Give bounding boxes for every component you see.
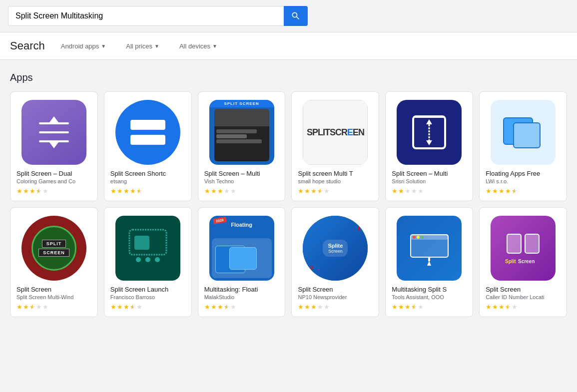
star-rating: ★★★★★ <box>298 303 330 311</box>
app-card[interactable]: Split Screen – Dual Coloring Games and C… <box>10 91 98 201</box>
svg-point-13 <box>136 257 141 262</box>
app-name: Split Screen Shortc <box>110 170 185 177</box>
app-name: Multitasking: Floati <box>204 286 279 293</box>
app-name: Split Screen – Dual <box>16 170 91 177</box>
star-rating: ★★★★★ <box>204 187 236 195</box>
star-full: ★ <box>311 303 317 311</box>
star-empty: ★ <box>405 187 411 195</box>
app-name: Split Screen Launch <box>110 286 185 293</box>
star-full: ★ <box>16 187 22 195</box>
search-button[interactable] <box>284 6 308 26</box>
app-card[interactable]: Multitasking Split S Tools Assistant, OO… <box>385 207 473 317</box>
category-filter[interactable]: Android apps ▼ <box>57 40 110 52</box>
app-card[interactable]: Split Screen Split Screen Caller ID Numb… <box>479 207 567 317</box>
app-icon: SPLIT SCREEN <box>209 100 274 165</box>
app-card[interactable]: Split Screen Launch Francisco Barroso ★★… <box>104 207 192 317</box>
svg-text:Screen: Screen <box>518 259 535 264</box>
price-filter[interactable]: All prices ▼ <box>122 40 163 52</box>
app-icon <box>397 216 462 281</box>
star-full: ★ <box>130 187 136 195</box>
star-full: ★ <box>304 187 310 195</box>
svg-point-15 <box>155 257 160 262</box>
star-half: ★★ <box>36 187 42 195</box>
star-rating: ★★★★★★ <box>392 303 424 311</box>
svg-marker-10 <box>426 140 432 145</box>
app-icon <box>397 100 462 165</box>
svg-point-20 <box>421 236 424 239</box>
star-full: ★ <box>492 303 498 311</box>
star-empty: ★ <box>324 303 330 311</box>
app-icon: Split Screen <box>491 216 556 281</box>
star-empty: ★ <box>224 187 230 195</box>
svg-rect-5 <box>130 120 165 130</box>
search-bar <box>8 6 308 26</box>
star-full: ★ <box>117 303 123 311</box>
star-empty: ★ <box>418 303 424 311</box>
app-card[interactable]: Split Screen – Multi Srisri Solution ★★★… <box>385 91 473 201</box>
star-full: ★ <box>204 187 210 195</box>
star-full: ★ <box>123 187 129 195</box>
app-author: NP10 Newsprovider <box>298 294 373 300</box>
star-empty: ★ <box>230 303 236 311</box>
app-author: etsang <box>110 178 185 184</box>
category-label: Android apps <box>61 42 99 50</box>
star-half: ★★ <box>411 303 417 311</box>
filter-title: Search <box>10 39 45 52</box>
svg-rect-12 <box>134 236 149 250</box>
category-chevron: ▼ <box>101 43 106 49</box>
svg-rect-24 <box>525 234 539 253</box>
svg-rect-6 <box>130 135 165 145</box>
price-chevron: ▼ <box>154 43 159 49</box>
star-full: ★ <box>110 187 116 195</box>
app-card[interactable]: Splite Screen 1 2 Split Screen NP10 News… <box>291 207 379 317</box>
main-content: Apps Split Screen – Dual Coloring Games … <box>0 60 577 329</box>
svg-rect-8 <box>413 116 445 118</box>
star-half: ★★ <box>136 187 142 195</box>
star-full: ★ <box>217 187 223 195</box>
section-title: Apps <box>10 72 567 83</box>
star-empty: ★ <box>230 187 236 195</box>
app-card[interactable]: Floating Apps Free LWi s.r.o. ★★★★★★ <box>479 91 567 201</box>
svg-point-14 <box>145 257 150 262</box>
app-card[interactable]: SPLIT SCREEN Split Screen Split Screen M… <box>10 207 98 317</box>
star-full: ★ <box>505 187 511 195</box>
svg-marker-21 <box>427 261 431 266</box>
app-icon: SPLIT SCREEN <box>21 216 86 281</box>
app-name: Floating Apps Free <box>486 170 561 177</box>
svg-text:Split: Split <box>505 259 516 264</box>
star-rating: ★★★★★★ <box>16 187 48 195</box>
star-rating: ★★★★★★ <box>486 303 518 311</box>
app-card[interactable]: 2020 Floating Multitasking: Floati Malak… <box>198 207 286 317</box>
device-label: All devices <box>179 42 210 50</box>
search-bar-container <box>0 0 577 32</box>
app-grid: Split Screen – Dual Coloring Games and C… <box>10 91 567 317</box>
app-card[interactable]: Split Screen Shortc etsang ★★★★★★ <box>104 91 192 201</box>
app-name: Split Screen – Multi <box>204 170 279 177</box>
app-author: Coloring Games and Co <box>16 178 91 184</box>
star-rating: ★★★★★ <box>392 187 424 195</box>
star-full: ★ <box>23 303 29 311</box>
star-full: ★ <box>311 187 317 195</box>
star-full: ★ <box>499 187 505 195</box>
star-full: ★ <box>29 187 35 195</box>
star-empty: ★ <box>324 187 330 195</box>
svg-rect-0 <box>39 131 69 133</box>
device-filter[interactable]: All devices ▼ <box>175 40 221 52</box>
star-full: ★ <box>16 303 22 311</box>
star-full: ★ <box>304 303 310 311</box>
star-full: ★ <box>499 303 505 311</box>
app-card[interactable]: SPLITSCREEN Split screen Multi T small h… <box>291 91 379 201</box>
star-empty: ★ <box>136 303 142 311</box>
star-empty: ★ <box>512 303 518 311</box>
svg-point-19 <box>417 236 420 239</box>
svg-rect-4 <box>39 140 69 142</box>
app-card[interactable]: SPLIT SCREEN Split Screen – Multi Vish T… <box>198 91 286 201</box>
app-author: Srisri Solution <box>392 178 467 184</box>
app-name: Split Screen – Multi <box>392 170 467 177</box>
star-full: ★ <box>298 187 304 195</box>
star-half: ★★ <box>224 303 230 311</box>
search-input[interactable] <box>8 6 284 26</box>
star-full: ★ <box>405 303 411 311</box>
app-author: MalakStudio <box>204 294 279 300</box>
star-empty: ★ <box>317 303 323 311</box>
